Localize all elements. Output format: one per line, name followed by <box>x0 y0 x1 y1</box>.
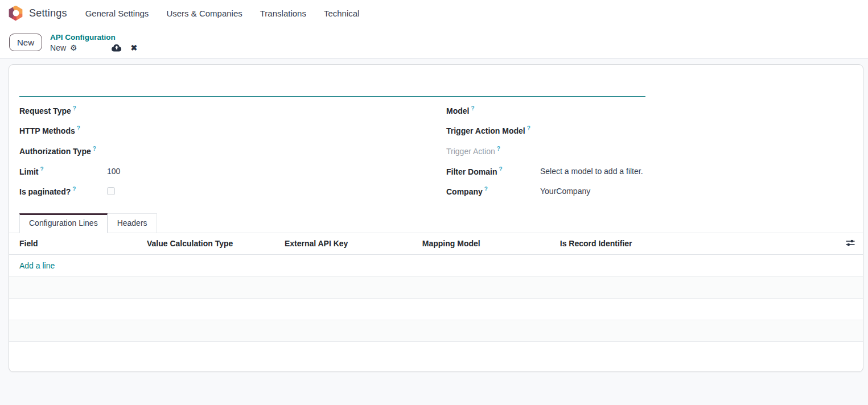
top-navbar: Settings General Settings Users & Compan… <box>0 0 868 26</box>
odoo-apps-logo-icon[interactable] <box>8 6 23 21</box>
column-header-mapping-model[interactable]: Mapping Model <box>422 239 560 248</box>
filter-domain-value: Select a model to add a filter. <box>540 167 643 176</box>
request-type-label: Request Type <box>19 106 71 115</box>
table-empty-row <box>9 299 863 320</box>
company-label: Company <box>446 187 483 196</box>
trigger-action-model-label: Trigger Action Model <box>446 126 525 135</box>
form-sheet: Request Type? HTTP Methods? Authorizatio… <box>9 64 863 372</box>
sliders-icon <box>846 239 855 247</box>
column-header-external-api-key[interactable]: External API Key <box>285 239 422 248</box>
field-http-methods: HTTP Methods? <box>19 121 446 141</box>
field-is-paginated: Is paginated?? <box>19 181 446 201</box>
help-icon: ? <box>497 146 500 152</box>
company-value[interactable]: YourCompany <box>540 187 590 196</box>
help-icon: ? <box>93 146 96 152</box>
field-company: Company? YourCompany <box>446 181 853 201</box>
field-limit: Limit? <box>19 161 446 181</box>
field-trigger-action-model: Trigger Action Model? <box>446 121 853 141</box>
field-group-left: Request Type? HTTP Methods? Authorizatio… <box>19 100 446 201</box>
breadcrumb-parent-link[interactable]: API Configuration <box>50 33 116 42</box>
new-record-button[interactable]: New <box>9 34 42 51</box>
help-icon: ? <box>40 166 43 172</box>
limit-label: Limit <box>19 167 38 176</box>
is-paginated-label: Is paginated? <box>19 187 71 196</box>
tab-headers[interactable]: Headers <box>108 213 157 233</box>
field-authorization-type: Authorization Type? <box>19 140 446 161</box>
close-x-icon: ✖ <box>131 43 138 52</box>
save-record-button[interactable] <box>112 44 122 52</box>
discard-changes-button[interactable]: ✖ <box>131 44 138 52</box>
help-icon: ? <box>484 186 488 192</box>
filter-domain-label: Filter Domain <box>446 167 497 176</box>
table-empty-row <box>9 342 863 369</box>
tab-configuration-lines[interactable]: Configuration Lines <box>19 213 108 233</box>
column-header-is-record-identifier[interactable]: Is Record Identifier <box>560 239 698 248</box>
app-name[interactable]: Settings <box>29 7 67 19</box>
is-paginated-checkbox[interactable] <box>107 187 115 195</box>
field-request-type: Request Type? <box>19 100 446 121</box>
menu-technical[interactable]: Technical <box>318 5 365 22</box>
control-panel: New API Configuration New ⚙ ✖ <box>0 26 868 59</box>
table-empty-row <box>9 320 863 342</box>
breadcrumb-current: New <box>50 43 66 52</box>
help-icon: ? <box>471 105 474 111</box>
authorization-type-label: Authorization Type <box>19 147 91 156</box>
help-icon: ? <box>73 105 76 111</box>
cloud-upload-icon <box>112 44 122 52</box>
add-a-line-link[interactable]: Add a line <box>19 261 55 270</box>
help-icon: ? <box>72 186 76 192</box>
optional-columns-toggle-button[interactable] <box>846 239 855 247</box>
column-header-field[interactable]: Field <box>9 239 147 248</box>
menu-translations[interactable]: Translations <box>254 5 312 22</box>
model-label: Model <box>446 106 469 115</box>
http-methods-label: HTTP Methods <box>19 126 75 135</box>
field-groups: Request Type? HTTP Methods? Authorizatio… <box>19 100 853 201</box>
field-model: Model? <box>446 100 853 121</box>
actions-gear-icon[interactable]: ⚙ <box>70 44 77 52</box>
table-empty-row <box>9 277 863 299</box>
trigger-action-label: Trigger Action <box>446 147 495 156</box>
record-name-input[interactable] <box>19 73 645 97</box>
add-line-row: Add a line <box>9 255 863 277</box>
notebook-tabs: Configuration Lines Headers <box>9 213 863 233</box>
menu-users-companies[interactable]: Users & Companies <box>161 5 248 22</box>
help-icon: ? <box>499 166 502 172</box>
field-trigger-action: Trigger Action? <box>446 140 853 161</box>
breadcrumb: API Configuration New ⚙ ✖ <box>50 32 137 52</box>
menu-general-settings[interactable]: General Settings <box>80 5 155 22</box>
column-header-value-calculation-type[interactable]: Value Calculation Type <box>147 239 285 248</box>
field-group-right: Model? Trigger Action Model? Trigger Act… <box>446 100 853 201</box>
configuration-lines-table: Field Value Calculation Type External AP… <box>9 233 863 369</box>
help-icon: ? <box>77 125 80 131</box>
limit-input[interactable] <box>107 167 175 176</box>
table-header-row: Field Value Calculation Type External AP… <box>9 233 863 255</box>
form-view-area: Request Type? HTTP Methods? Authorizatio… <box>0 59 868 405</box>
field-filter-domain: Filter Domain? Select a model to add a f… <box>446 161 853 181</box>
help-icon: ? <box>527 125 530 131</box>
